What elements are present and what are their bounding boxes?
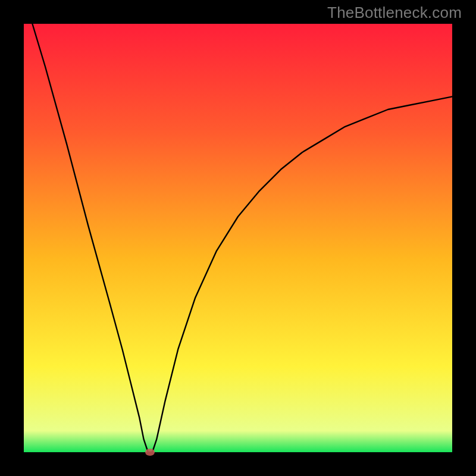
optimum-marker — [145, 449, 155, 456]
chart-frame: TheBottleneck.com — [0, 0, 476, 476]
plot-area — [24, 24, 452, 452]
bottleneck-curve — [24, 24, 452, 452]
watermark-text: TheBottleneck.com — [327, 4, 462, 22]
